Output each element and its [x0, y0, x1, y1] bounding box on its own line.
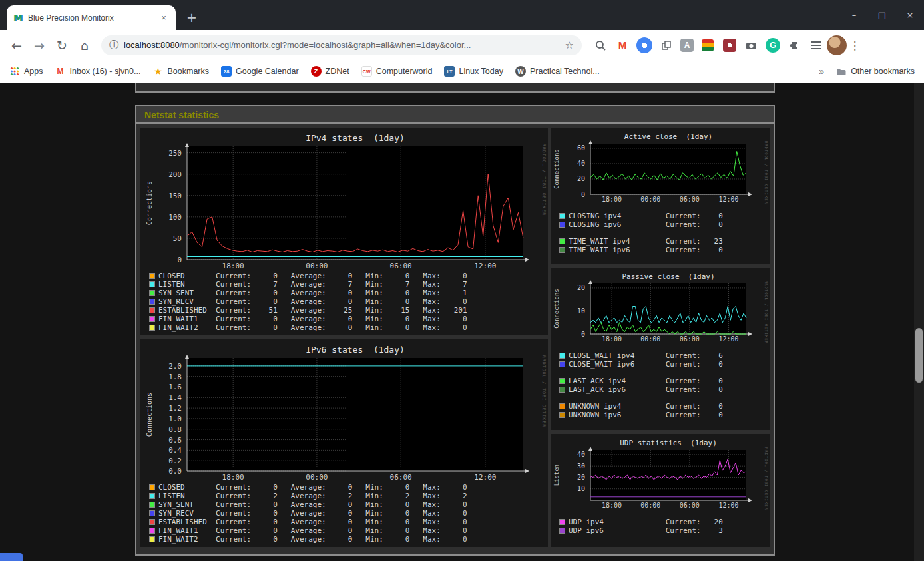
gmail-icon[interactable]: M: [614, 37, 630, 53]
close-button[interactable]: ×: [896, 0, 924, 30]
apps-shortcut[interactable]: Apps: [9, 66, 43, 77]
graph-active-close[interactable]: Active close (1day)ConnectionsRRDTOOL / …: [551, 128, 770, 264]
new-tab-button[interactable]: +: [182, 8, 201, 27]
legend-text: UNKNOWN ipv4 Current: 0: [569, 402, 723, 411]
legend-swatch: [149, 493, 155, 499]
legend-swatch: [149, 519, 155, 525]
x-tick-label: 00:00: [640, 196, 660, 203]
bookmark-bookmarks[interactable]: ★ Bookmarks: [153, 66, 210, 77]
page-scrollbar[interactable]: [914, 83, 924, 561]
bookmark-label: ZDNet: [326, 67, 349, 76]
bookmark-zdnet[interactable]: Z ZDNet: [311, 66, 349, 77]
reload-button[interactable]: ↻: [51, 34, 73, 57]
legend-text: TIME_WAIT ipv6 Current: 0: [569, 246, 723, 254]
minimize-button[interactable]: –: [840, 0, 868, 30]
grammarly-icon[interactable]: G: [766, 38, 780, 53]
y-tick-label: 0.4: [140, 446, 182, 455]
legend-row: CLOSE_WAIT ipv6 Current: 0: [559, 360, 767, 369]
legend-text: ESTABLISHED Current: 51 Average: 25 Min:…: [158, 306, 467, 315]
plot-area: [590, 144, 746, 194]
legend-row: ESTABLISHED Current: 0 Average: 0 Min: 0…: [149, 518, 545, 526]
bookmark-label: Inbox (16) - sjvn0...: [70, 67, 141, 76]
bookmark-label: Practical Technol...: [530, 67, 600, 76]
star-favicon: ★: [153, 66, 164, 77]
x-tick-label: 00:00: [640, 335, 660, 343]
y-tick-label: 30: [551, 463, 585, 470]
plot-area: [187, 358, 523, 471]
graph-ipv6-states[interactable]: IPv6 states (1day)ConnectionsRRDTOOL / T…: [140, 339, 548, 547]
legend-text: LAST_ACK ipv6 Current: 0: [569, 385, 723, 394]
legend-row: FIN_WAIT2 Current: 0 Average: 0 Min: 0 M…: [149, 323, 545, 332]
back-button[interactable]: ←: [5, 34, 28, 57]
stack-icon[interactable]: [700, 37, 716, 53]
extensions-puzzle-icon[interactable]: [786, 37, 802, 53]
apps-grid-icon: [9, 66, 20, 77]
legend-text: LISTEN Current: 2 Average: 2 Min: 2 Max:…: [158, 492, 467, 500]
menu-icon[interactable]: ⋮: [847, 39, 863, 52]
x-tick-label: 06:00: [680, 502, 700, 509]
legend-text: CLOSED Current: 0 Average: 0 Min: 0 Max:…: [158, 272, 467, 280]
graph-ipv4-states[interactable]: IPv4 states (1day)ConnectionsRRDTOOL / T…: [140, 128, 548, 335]
browser-tab[interactable]: M Blue Precision Monitorix ×: [7, 5, 176, 30]
address-bar[interactable]: ⓘ localhost:8080/monitorix-cgi/monitorix…: [101, 35, 582, 55]
graph-passive-close[interactable]: Passive close (1day)ConnectionsRRDTOOL /…: [551, 268, 770, 430]
legend-text: UDP ipv4 Current: 20: [569, 518, 723, 526]
legend-swatch: [559, 528, 565, 534]
bookmark-star-icon[interactable]: ☆: [565, 39, 574, 51]
blue-dot-extension-icon[interactable]: [636, 37, 652, 53]
x-tick-label: 00:00: [306, 473, 328, 482]
url-text[interactable]: localhost:8080/monitorix-cgi/monitorix.c…: [124, 40, 560, 50]
legend-row: CLOSED Current: 0 Average: 0 Min: 0 Max:…: [149, 272, 545, 280]
reading-list-icon[interactable]: [808, 37, 824, 53]
bookmark-label: Linux Today: [459, 67, 503, 76]
legend-swatch: [149, 299, 155, 305]
graph-title: Passive close (1day): [622, 272, 714, 281]
bookmarks-overflow-chevron[interactable]: »: [819, 66, 824, 77]
y-tick-label: 1.0: [140, 415, 182, 423]
legend-row: FIN_WAIT1 Current: 0 Average: 0 Min: 0 M…: [149, 315, 545, 323]
calendar-favicon: 28: [221, 66, 232, 77]
bookmarks-bar: Apps M Inbox (16) - sjvn0... ★ Bookmarks…: [0, 60, 924, 83]
y-tick-label: 1.2: [140, 404, 182, 413]
search-icon[interactable]: [592, 37, 608, 53]
graph-legend: CLOSED Current: 0 Average: 0 Min: 0 Max:…: [149, 483, 545, 544]
copy-icon[interactable]: [658, 37, 674, 53]
forward-button[interactable]: →: [28, 34, 51, 57]
home-button[interactable]: ⌂: [73, 34, 96, 57]
rrdtool-watermark: RRDTOOL / TOBI OETIKER: [541, 355, 547, 475]
bookmark-practical-technology[interactable]: W Practical Technol...: [515, 66, 600, 77]
red-extension-icon[interactable]: [722, 37, 738, 53]
bookmark-google-calendar[interactable]: 28 Google Calendar: [221, 66, 299, 77]
y-tick-label: 20: [551, 175, 585, 182]
y-tick-label: 100: [140, 213, 182, 222]
other-bookmarks[interactable]: Other bookmarks: [836, 66, 915, 77]
bookmark-linux-today[interactable]: LT Linux Today: [444, 66, 503, 77]
legend-swatch: [559, 247, 565, 253]
legend-row: ESTABLISHED Current: 51 Average: 25 Min:…: [149, 306, 545, 315]
legend-text: CLOSED Current: 0 Average: 0 Min: 0 Max:…: [158, 483, 467, 492]
mono-extension-icon[interactable]: A: [680, 39, 694, 52]
legend-row: TIME_WAIT ipv4 Current: 23: [559, 237, 767, 246]
legend-text: LAST_ACK ipv4 Current: 0: [569, 377, 723, 385]
y-tick-label: 0.0: [140, 467, 182, 476]
maximize-button[interactable]: □: [868, 0, 896, 30]
y-tick-label: 60: [551, 144, 585, 152]
y-tick-label: 10: [551, 307, 585, 315]
site-info-icon[interactable]: ⓘ: [109, 39, 118, 51]
y-tick-label: 0: [551, 191, 585, 198]
y-tick-label: 40: [551, 451, 585, 458]
graph-title: IPv4 states (1day): [306, 133, 405, 143]
bookmark-inbox[interactable]: M Inbox (16) - sjvn0...: [55, 66, 141, 77]
profile-avatar[interactable]: [827, 35, 847, 55]
bookmark-computerworld[interactable]: CW Computerworld: [361, 66, 433, 77]
camera-icon[interactable]: [744, 37, 760, 53]
browser-toolbar: ← → ↻ ⌂ ⓘ localhost:8080/monitorix-cgi/m…: [0, 30, 924, 60]
scrollbar-thumb[interactable]: [915, 328, 923, 383]
y-tick-label: 1.4: [140, 393, 182, 402]
graph-udp-statistics[interactable]: UDP statistics (1day)ListenRRDTOOL / TOB…: [551, 434, 770, 547]
tab-close-icon[interactable]: ×: [158, 13, 169, 23]
legend-row: LAST_ACK ipv4 Current: 0: [559, 377, 767, 385]
legend-swatch: [559, 387, 565, 393]
legend-swatch: [149, 528, 155, 534]
legend-row: TIME_WAIT ipv6 Current: 0: [559, 246, 767, 254]
